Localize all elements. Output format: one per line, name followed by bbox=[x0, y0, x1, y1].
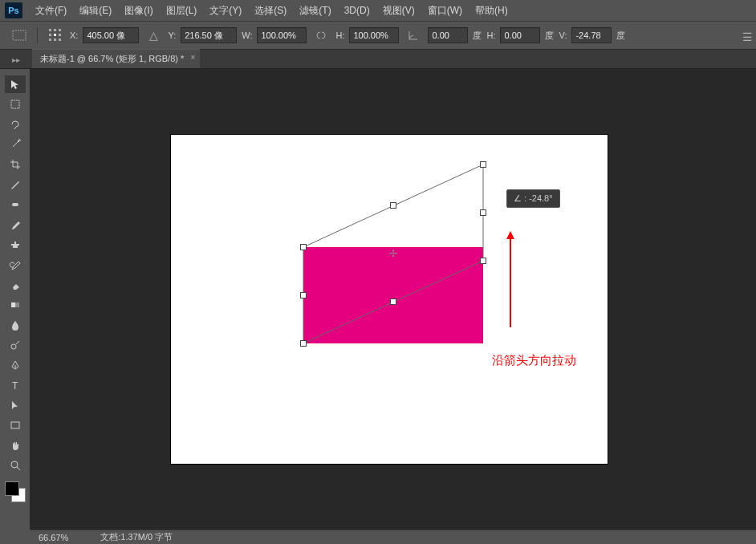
document-tab-title: 未标题-1 @ 66.7% (矩形 1, RGB/8) * bbox=[40, 54, 184, 63]
transform-handle-br[interactable] bbox=[480, 258, 486, 264]
transform-center-icon[interactable]: ✢ bbox=[388, 249, 398, 258]
transform-handle-tm[interactable] bbox=[390, 202, 396, 209]
h-field[interactable] bbox=[349, 27, 399, 43]
angle-field[interactable] bbox=[428, 27, 468, 43]
transform-handle-ml[interactable] bbox=[300, 292, 307, 298]
panel-collapse-icon[interactable]: ▸▸ bbox=[0, 50, 32, 69]
svg-rect-8 bbox=[54, 39, 56, 41]
blur-tool[interactable] bbox=[5, 316, 26, 334]
pen-tool[interactable] bbox=[5, 356, 26, 374]
menu-select[interactable]: 选择(S) bbox=[248, 4, 293, 18]
transform-mode-icon[interactable] bbox=[10, 27, 29, 43]
transform-handle-bm[interactable] bbox=[390, 298, 396, 305]
foreground-color-swatch[interactable] bbox=[5, 481, 19, 496]
reference-point-icon[interactable] bbox=[46, 27, 65, 43]
svg-rect-10 bbox=[11, 100, 19, 108]
menu-layer[interactable]: 图层(L) bbox=[160, 4, 204, 18]
brush-tool[interactable] bbox=[5, 216, 26, 233]
svg-rect-16 bbox=[11, 422, 19, 428]
menu-window[interactable]: 窗口(W) bbox=[421, 4, 469, 18]
svg-rect-4 bbox=[49, 34, 51, 36]
document-info[interactable]: 文档:1.37M/0 字节 bbox=[100, 531, 173, 543]
menu-filter[interactable]: 滤镜(T) bbox=[293, 4, 337, 18]
delta-icon[interactable]: △ bbox=[144, 27, 163, 43]
document-tab-row: 未标题-1 @ 66.7% (矩形 1, RGB/8) * × bbox=[0, 50, 756, 69]
separator bbox=[37, 27, 38, 43]
v-skew-label: V: bbox=[559, 30, 567, 40]
canvas[interactable]: ✢ ∠ : -24.8° 沿箭头方向拉动 bbox=[171, 135, 608, 464]
eyedropper-tool[interactable] bbox=[5, 176, 26, 193]
rectangle-shape[interactable] bbox=[303, 247, 483, 343]
menu-view[interactable]: 视图(V) bbox=[376, 4, 421, 18]
svg-rect-2 bbox=[54, 29, 56, 31]
zoom-level[interactable]: 66.67% bbox=[39, 533, 68, 542]
eraser-tool[interactable] bbox=[5, 276, 26, 294]
svg-rect-7 bbox=[49, 39, 51, 41]
type-tool[interactable]: T bbox=[5, 376, 26, 394]
transform-handle-mr[interactable] bbox=[480, 209, 486, 216]
annotation-arrow bbox=[510, 239, 511, 327]
marquee-tool[interactable] bbox=[5, 95, 26, 113]
x-label: X: bbox=[70, 30, 78, 40]
angle-icon[interactable] bbox=[404, 27, 423, 43]
workspace: ✢ ∠ : -24.8° 沿箭头方向拉动 bbox=[30, 69, 756, 530]
document-tab[interactable]: 未标题-1 @ 66.7% (矩形 1, RGB/8) * × bbox=[32, 49, 200, 68]
svg-point-17 bbox=[11, 461, 18, 468]
y-label: Y: bbox=[168, 30, 176, 40]
menu-file[interactable]: 文件(F) bbox=[29, 4, 73, 18]
gradient-tool[interactable] bbox=[5, 296, 26, 314]
hand-tool[interactable] bbox=[5, 436, 26, 454]
app-logo: Ps bbox=[5, 2, 22, 18]
clone-stamp-tool[interactable] bbox=[5, 236, 26, 254]
svg-rect-6 bbox=[59, 34, 61, 36]
h-skew-label: H: bbox=[486, 30, 495, 40]
svg-rect-5 bbox=[54, 34, 56, 36]
menu-type[interactable]: 文字(Y) bbox=[203, 4, 248, 18]
svg-rect-0 bbox=[13, 30, 26, 40]
options-bar: X: △ Y: W: H: 度 H: 度 V: 度 bbox=[0, 21, 756, 50]
y-field[interactable] bbox=[181, 27, 237, 43]
rectangle-tool[interactable] bbox=[5, 416, 26, 434]
lasso-tool[interactable] bbox=[5, 116, 26, 133]
menu-bar: Ps 文件(F) 编辑(E) 图像(I) 图层(L) 文字(Y) 选择(S) 滤… bbox=[0, 0, 756, 21]
w-label: W: bbox=[242, 30, 252, 40]
tools-panel: T bbox=[0, 69, 30, 530]
menu-edit[interactable]: 编辑(E) bbox=[73, 4, 118, 18]
path-selection-tool[interactable] bbox=[5, 396, 26, 414]
h-label: H: bbox=[335, 30, 344, 40]
annotation-arrow-head-icon bbox=[506, 231, 514, 239]
v-skew-field[interactable] bbox=[571, 27, 612, 43]
transform-handle-bl[interactable] bbox=[300, 340, 307, 347]
angle-tooltip: ∠ : -24.8° bbox=[506, 189, 560, 208]
move-tool[interactable] bbox=[5, 75, 26, 93]
angle-unit: 度 bbox=[473, 30, 482, 42]
svg-rect-11 bbox=[12, 203, 18, 206]
transform-handle-tr[interactable] bbox=[480, 161, 486, 168]
zoom-tool[interactable] bbox=[5, 457, 26, 474]
svg-rect-3 bbox=[59, 29, 61, 31]
h-skew-unit: 度 bbox=[545, 30, 554, 42]
h-skew-field[interactable] bbox=[500, 27, 540, 43]
color-swatches[interactable] bbox=[5, 481, 26, 502]
w-field[interactable] bbox=[257, 27, 307, 43]
dodge-tool[interactable] bbox=[5, 336, 26, 354]
link-icon[interactable] bbox=[311, 27, 331, 43]
transform-handle-tl[interactable] bbox=[300, 244, 307, 250]
close-icon[interactable]: × bbox=[190, 53, 195, 62]
svg-text:T: T bbox=[12, 380, 18, 391]
svg-rect-9 bbox=[59, 39, 61, 41]
menu-image[interactable]: 图像(I) bbox=[118, 4, 159, 18]
history-brush-tool[interactable] bbox=[5, 256, 26, 274]
v-skew-unit: 度 bbox=[616, 30, 625, 42]
svg-point-14 bbox=[11, 344, 16, 349]
menu-3d[interactable]: 3D(D) bbox=[338, 5, 376, 16]
svg-rect-1 bbox=[49, 29, 51, 31]
svg-rect-13 bbox=[11, 302, 15, 307]
magic-wand-tool[interactable] bbox=[5, 136, 26, 153]
crop-tool[interactable] bbox=[5, 156, 26, 173]
x-field[interactable] bbox=[83, 27, 139, 43]
status-bar: 66.67% 文档:1.37M/0 字节 bbox=[30, 530, 756, 544]
menu-help[interactable]: 帮助(H) bbox=[469, 4, 514, 18]
healing-brush-tool[interactable] bbox=[5, 196, 26, 213]
workspace-switcher-icon[interactable]: ☰ bbox=[742, 30, 753, 43]
